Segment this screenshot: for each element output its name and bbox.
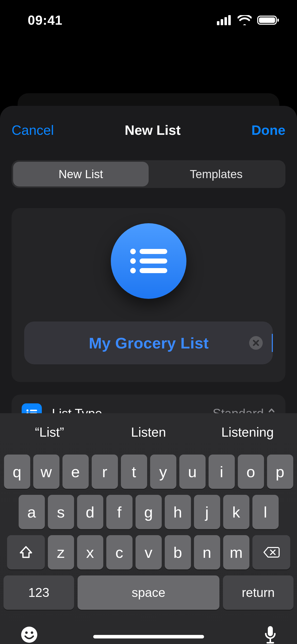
key-shift[interactable] [7, 535, 45, 569]
list-preview-card: My Grocery List [12, 208, 285, 382]
microphone-icon [264, 625, 277, 644]
key-row-2: a s d f g h j k l [3, 495, 294, 529]
key-i[interactable]: i [209, 455, 235, 489]
svg-point-9 [130, 258, 136, 264]
cellular-icon [217, 15, 232, 25]
svg-rect-6 [277, 19, 279, 22]
keyboard-keys: q w e r t y u i o p a s d f g h j k l z [0, 451, 297, 610]
emoji-button[interactable] [20, 626, 38, 644]
suggestion-2[interactable]: Listen [99, 425, 198, 440]
key-u[interactable]: u [179, 455, 206, 489]
key-z[interactable]: z [48, 535, 74, 569]
key-w[interactable]: w [33, 455, 59, 489]
key-row-1: q w e r t y u i o p [3, 455, 294, 489]
backspace-icon [263, 546, 280, 558]
shift-icon [19, 546, 33, 559]
list-bullet-icon [128, 246, 169, 276]
key-c[interactable]: c [106, 535, 133, 569]
svg-point-7 [130, 249, 136, 254]
sheet-nav: Cancel New List Done [12, 117, 285, 143]
status-time: 09:41 [28, 13, 62, 28]
suggestion-3[interactable]: Listening [198, 425, 297, 440]
key-row-4: 123 space return [3, 575, 294, 610]
key-j[interactable]: j [194, 495, 220, 529]
svg-rect-14 [30, 410, 37, 411]
svg-rect-3 [228, 15, 231, 25]
key-g[interactable]: g [136, 495, 162, 529]
key-f[interactable]: f [106, 495, 133, 529]
svg-rect-5 [259, 17, 275, 23]
list-name-input[interactable]: My Grocery List [24, 334, 273, 352]
key-r[interactable]: r [92, 455, 118, 489]
key-n[interactable]: n [194, 535, 220, 569]
home-indicator[interactable] [93, 635, 204, 638]
segment-templates[interactable]: Templates [149, 162, 284, 186]
svg-point-19 [21, 627, 37, 643]
segmented-control[interactable]: New List Templates [12, 160, 285, 188]
svg-rect-10 [140, 259, 167, 264]
key-b[interactable]: b [165, 535, 191, 569]
key-row-3: z x c v b n m [3, 535, 294, 569]
segment-new-list[interactable]: New List [13, 162, 149, 186]
text-caret [272, 334, 273, 352]
key-return[interactable]: return [223, 575, 293, 610]
dictation-button[interactable] [264, 625, 277, 644]
keyboard-suggestions: “List” Listen Listening [0, 413, 297, 451]
svg-rect-12 [140, 268, 167, 273]
key-h[interactable]: h [165, 495, 191, 529]
key-k[interactable]: k [223, 495, 249, 529]
status-bar: 09:41 [0, 0, 297, 40]
key-p[interactable]: p [267, 455, 293, 489]
key-t[interactable]: t [121, 455, 147, 489]
key-numbers[interactable]: 123 [4, 575, 74, 610]
key-space[interactable]: space [78, 575, 219, 610]
key-m[interactable]: m [223, 535, 249, 569]
list-name-field[interactable]: My Grocery List [24, 321, 273, 364]
key-backspace[interactable] [252, 535, 290, 569]
key-y[interactable]: y [150, 455, 176, 489]
done-button[interactable]: Done [251, 122, 285, 138]
clear-text-button[interactable] [249, 336, 263, 350]
emoji-icon [20, 626, 38, 644]
key-s[interactable]: s [48, 495, 74, 529]
svg-rect-1 [221, 19, 223, 25]
status-icons [217, 15, 279, 25]
svg-rect-22 [268, 626, 273, 636]
svg-point-11 [130, 268, 136, 273]
svg-point-21 [31, 631, 33, 634]
suggestion-1[interactable]: “List” [0, 425, 99, 440]
key-l[interactable]: l [252, 495, 279, 529]
cancel-button[interactable]: Cancel [12, 122, 54, 138]
sheet-title: New List [125, 122, 181, 138]
key-q[interactable]: q [4, 455, 30, 489]
key-o[interactable]: o [238, 455, 264, 489]
xmark-icon [253, 340, 259, 346]
list-icon-preview [111, 223, 186, 299]
keyboard-bottom-row [0, 616, 297, 644]
svg-point-13 [26, 409, 28, 411]
key-a[interactable]: a [19, 495, 45, 529]
svg-rect-2 [224, 17, 227, 25]
svg-rect-0 [217, 21, 219, 25]
key-e[interactable]: e [62, 455, 89, 489]
key-v[interactable]: v [136, 535, 162, 569]
battery-icon [257, 15, 279, 25]
keyboard: “List” Listen Listening q w e r t y u i … [0, 413, 297, 644]
key-x[interactable]: x [77, 535, 103, 569]
svg-point-20 [25, 631, 28, 634]
key-d[interactable]: d [77, 495, 103, 529]
wifi-icon [238, 15, 252, 25]
svg-rect-8 [140, 249, 167, 254]
